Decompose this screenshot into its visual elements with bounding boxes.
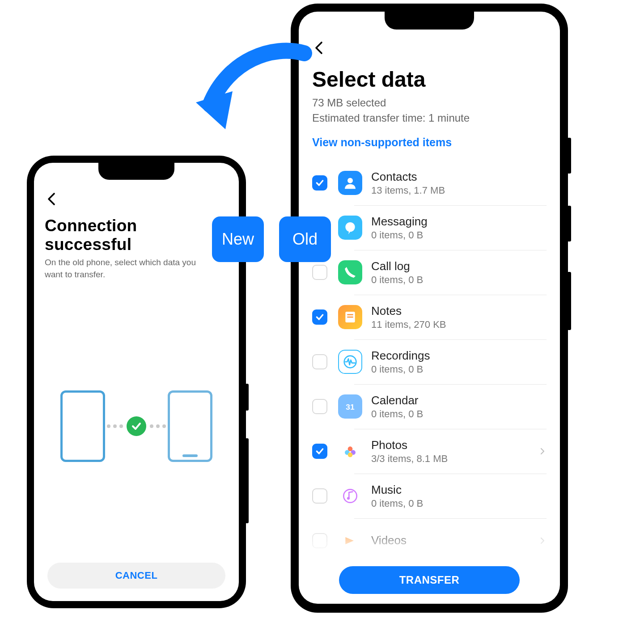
chevron-right-icon bbox=[538, 447, 547, 455]
screen-new: Connection successful On the old phone, … bbox=[34, 163, 239, 601]
item-subtitle: 13 items, 1.7 MB bbox=[371, 185, 547, 196]
item-subtitle: 0 items, 0 B bbox=[371, 229, 547, 241]
item-title: Videos bbox=[371, 534, 538, 547]
item-title: Messaging bbox=[371, 215, 547, 229]
side-button bbox=[567, 206, 571, 242]
side-button bbox=[245, 438, 249, 523]
data-type-list[interactable]: Contacts13 items, 1.7 MBMessaging0 items… bbox=[299, 161, 560, 604]
page-title: Connection successful bbox=[45, 216, 228, 254]
checkbox[interactable] bbox=[312, 175, 327, 191]
transfer-button[interactable]: TRANSFER bbox=[339, 566, 520, 594]
notes-icon bbox=[338, 305, 362, 329]
checkbox[interactable] bbox=[312, 309, 327, 325]
item-title: Recordings bbox=[371, 349, 547, 363]
checkbox[interactable] bbox=[312, 488, 327, 504]
item-subtitle: 0 items, 0 B bbox=[371, 498, 547, 509]
checkbox[interactable] bbox=[312, 533, 327, 548]
recordings-icon bbox=[338, 350, 362, 374]
side-button bbox=[245, 384, 249, 411]
chevron-right-icon bbox=[538, 537, 547, 545]
item-text: Messaging0 items, 0 B bbox=[371, 215, 547, 241]
notch bbox=[385, 12, 474, 30]
list-item[interactable]: Photos3/3 items, 8.1 MB bbox=[299, 429, 560, 474]
list-item[interactable]: Contacts13 items, 1.7 MB bbox=[299, 161, 560, 205]
list-item[interactable]: Recordings0 items, 0 B bbox=[299, 339, 560, 384]
dots-icon bbox=[150, 424, 166, 428]
svg-text:31: 31 bbox=[346, 402, 355, 411]
item-subtitle: 0 items, 0 B bbox=[371, 274, 547, 286]
item-subtitle: 0 items, 0 B bbox=[371, 364, 547, 375]
item-text: Notes11 items, 270 KB bbox=[371, 304, 547, 330]
checkbox[interactable] bbox=[312, 265, 327, 280]
list-item[interactable]: Music0 items, 0 B bbox=[299, 474, 560, 518]
svg-point-2 bbox=[345, 222, 355, 232]
label-new: New bbox=[212, 216, 264, 262]
side-button bbox=[567, 272, 571, 330]
messaging-icon bbox=[338, 216, 362, 240]
item-subtitle: 3/3 items, 8.1 MB bbox=[371, 453, 538, 465]
item-text: Recordings0 items, 0 B bbox=[371, 349, 547, 375]
list-item[interactable]: Videos bbox=[299, 518, 560, 563]
item-title: Photos bbox=[371, 438, 538, 452]
item-title: Calendar bbox=[371, 394, 547, 407]
connection-illustration bbox=[45, 307, 228, 545]
side-button bbox=[567, 138, 571, 174]
list-item[interactable]: Notes11 items, 270 KB bbox=[299, 295, 560, 339]
mini-phone-left-icon bbox=[60, 390, 105, 462]
item-title: Call log bbox=[371, 259, 547, 273]
svg-marker-0 bbox=[196, 91, 233, 129]
svg-point-1 bbox=[347, 178, 353, 183]
eta: Estimated transfer time: 1 minute bbox=[312, 110, 547, 126]
notch bbox=[98, 163, 174, 180]
item-subtitle: 11 items, 270 KB bbox=[371, 319, 547, 330]
list-item[interactable]: 31Calendar0 items, 0 B bbox=[299, 384, 560, 429]
svg-point-12 bbox=[343, 490, 356, 503]
check-icon bbox=[127, 416, 146, 436]
svg-rect-4 bbox=[347, 314, 353, 316]
list-item[interactable]: Messaging0 items, 0 B bbox=[299, 205, 560, 250]
page-title: Select data bbox=[312, 67, 547, 92]
item-text: Calendar0 items, 0 B bbox=[371, 394, 547, 420]
checkbox[interactable] bbox=[312, 444, 327, 459]
music-icon bbox=[338, 484, 362, 508]
screen-old: Select data 73 MB selected Estimated tra… bbox=[299, 12, 560, 604]
item-title: Contacts bbox=[371, 170, 547, 184]
item-text: Videos bbox=[371, 534, 538, 548]
item-subtitle: 0 items, 0 B bbox=[371, 408, 547, 420]
calendar-icon: 31 bbox=[338, 394, 362, 419]
item-text: Call log0 items, 0 B bbox=[371, 259, 547, 286]
item-text: Photos3/3 items, 8.1 MB bbox=[371, 438, 538, 465]
dots-icon bbox=[107, 424, 123, 428]
list-item[interactable]: Call log0 items, 0 B bbox=[299, 250, 560, 295]
item-title: Music bbox=[371, 483, 547, 497]
calllog-icon bbox=[338, 260, 362, 284]
item-title: Notes bbox=[371, 304, 547, 318]
svg-point-13 bbox=[347, 497, 350, 500]
item-text: Music0 items, 0 B bbox=[371, 483, 547, 509]
svg-rect-5 bbox=[347, 317, 353, 318]
svg-point-11 bbox=[348, 453, 353, 458]
phone-old: Select data 73 MB selected Estimated tra… bbox=[291, 4, 568, 613]
cancel-button[interactable]: CANCEL bbox=[47, 563, 225, 589]
stage: New Old Connection successful On the old… bbox=[0, 0, 644, 644]
view-unsupported-link[interactable]: View non-supported items bbox=[312, 136, 547, 149]
direction-arrow-icon bbox=[192, 29, 322, 158]
checkbox[interactable] bbox=[312, 354, 327, 369]
label-old: Old bbox=[279, 216, 331, 262]
page-subtitle: On the old phone, select which data you … bbox=[45, 257, 201, 280]
item-text: Contacts13 items, 1.7 MB bbox=[371, 170, 547, 196]
mini-phone-right-icon bbox=[168, 390, 212, 462]
selected-size: 73 MB selected bbox=[312, 95, 547, 110]
photos-icon bbox=[338, 439, 362, 463]
contacts-icon bbox=[338, 171, 362, 195]
videos-icon bbox=[338, 529, 362, 553]
back-button[interactable] bbox=[45, 188, 67, 210]
checkbox[interactable] bbox=[312, 399, 327, 414]
